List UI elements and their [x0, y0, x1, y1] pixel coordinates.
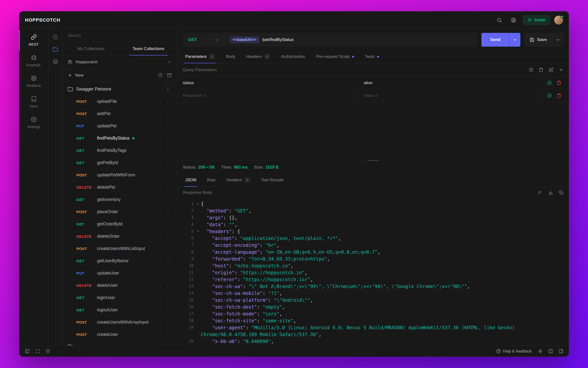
column-layout-button[interactable] — [546, 347, 555, 355]
request-options-button[interactable] — [164, 306, 172, 314]
request-item[interactable]: POST createUsersWithListInput — [62, 242, 177, 255]
request-item[interactable]: DELETE deleteUser — [62, 279, 177, 291]
request-options-button[interactable] — [164, 183, 172, 191]
response-tab[interactable]: Test Results — [256, 173, 289, 186]
request-options-button[interactable] — [164, 294, 172, 302]
response-tab[interactable]: Raw — [202, 173, 221, 186]
param-active-toggle[interactable] — [547, 80, 552, 85]
environments-tab-button[interactable] — [50, 56, 61, 67]
collections-help-button[interactable] — [158, 73, 163, 78]
request-item[interactable]: GET loginUser — [62, 291, 177, 304]
request-options-button[interactable] — [164, 171, 172, 179]
request-item[interactable]: POST createUsersWithArrayInput — [62, 316, 177, 328]
request-item[interactable]: POST createUser — [62, 328, 177, 341]
request-options-button[interactable] — [164, 110, 172, 118]
request-tab[interactable]: Parameters 1 — [180, 50, 220, 63]
param-key-field[interactable]: Parameter 2 — [177, 89, 358, 102]
send-button[interactable]: Send — [481, 33, 509, 47]
folder-options-button[interactable] — [164, 85, 172, 93]
wrap-lines-button[interactable] — [538, 190, 542, 195]
save-button[interactable]: Save — [524, 33, 552, 47]
save-options-button[interactable] — [552, 33, 564, 47]
request-item[interactable]: POST placeOrder — [62, 206, 177, 218]
request-item[interactable]: GET logoutUser — [62, 304, 177, 316]
request-options-button[interactable] — [164, 281, 172, 289]
request-options-button[interactable] — [164, 257, 172, 265]
request-item[interactable]: DELETE deletePet — [62, 181, 177, 193]
nav-item-realtime[interactable]: Realtime — [19, 71, 48, 92]
toggle-right-panel-button[interactable] — [557, 347, 565, 355]
request-options-button[interactable] — [164, 245, 172, 252]
team-selector[interactable]: Hoppscotch — [62, 55, 177, 69]
request-item[interactable]: DELETE deleteOrder — [62, 230, 177, 242]
request-options-button[interactable] — [164, 146, 172, 154]
param-delete-button[interactable] — [557, 93, 561, 98]
response-tab[interactable]: Headers 2 — [221, 173, 256, 186]
request-options-button[interactable] — [164, 220, 172, 228]
request-options-button[interactable] — [164, 330, 172, 338]
param-value-field[interactable]: Value 2 — [358, 89, 539, 102]
request-tab[interactable]: Authorization — [276, 50, 311, 63]
request-options-button[interactable] — [164, 97, 172, 105]
request-options-button[interactable] — [164, 232, 172, 240]
param-delete-button[interactable] — [557, 80, 561, 85]
history-tab-button[interactable] — [50, 32, 61, 42]
search-button[interactable] — [494, 15, 504, 25]
collections-tab[interactable]: Team Collections — [120, 42, 177, 55]
invite-button[interactable]: Invite — [523, 15, 550, 25]
request-item[interactable]: PUT updateUser — [62, 267, 177, 279]
nav-item-settings[interactable]: Settings — [19, 112, 48, 133]
request-item[interactable]: GET getOrderById — [62, 218, 177, 230]
shortcuts-button[interactable] — [33, 347, 42, 355]
param-value-field[interactable]: alive — [358, 77, 539, 89]
request-tab[interactable]: Body — [220, 50, 241, 63]
params-clear-all-button[interactable] — [539, 67, 543, 72]
help-feedback-button[interactable]: Help & feedback — [494, 349, 534, 354]
collection-folder[interactable]: Swagger Petstore — [62, 83, 177, 95]
request-item[interactable]: GET getInventory — [62, 193, 177, 206]
method-select[interactable]: GET — [183, 33, 225, 47]
shortcuts-zap-button[interactable] — [536, 347, 544, 355]
request-options-button[interactable] — [164, 269, 172, 277]
request-options-button[interactable] — [164, 318, 172, 326]
collections-tab[interactable]: My Collections — [62, 42, 120, 55]
pane-resize-handle[interactable] — [368, 160, 379, 161]
request-item[interactable]: POST uploadFile — [62, 95, 177, 107]
request-item[interactable]: GET getUserByName — [62, 255, 177, 267]
base-url-chip[interactable]: <<baseUrl>> — [230, 36, 259, 43]
request-tab[interactable]: Headers 2 — [241, 50, 276, 63]
toggle-sidebar-button[interactable] — [23, 347, 31, 355]
request-options-button[interactable] — [164, 159, 172, 167]
param-key-field[interactable]: status — [177, 77, 358, 89]
request-item[interactable]: GET findPetsByStatus — [62, 132, 177, 144]
request-item[interactable]: GET getPetById — [62, 157, 177, 169]
download-response-button[interactable] — [548, 190, 553, 195]
copy-response-button[interactable] — [559, 190, 564, 195]
params-add-button[interactable] — [559, 67, 564, 72]
collection-folder-partial[interactable] — [62, 341, 177, 345]
import-export-button[interactable] — [167, 73, 172, 78]
request-options-button[interactable] — [164, 122, 172, 130]
plus-icon[interactable] — [68, 73, 72, 78]
params-bulk-edit-button[interactable] — [549, 67, 553, 72]
params-help-button[interactable] — [529, 67, 533, 72]
request-options-button[interactable] — [164, 208, 172, 216]
interceptor-button[interactable] — [44, 347, 52, 355]
collections-search-input[interactable] — [68, 33, 172, 38]
request-item[interactable]: GET findPetsByTags — [62, 144, 177, 157]
param-active-toggle[interactable] — [547, 93, 552, 98]
new-collection-label[interactable]: New — [75, 73, 84, 78]
send-options-button[interactable] — [509, 33, 520, 47]
request-options-button[interactable] — [164, 196, 172, 203]
url-input[interactable]: <<baseUrl>> /pet/findByStatus — [225, 33, 478, 47]
response-body-editor[interactable]: 1 ▾ { 2 ▾ "method": "GET", 3 — [177, 198, 569, 345]
request-item[interactable]: POST updatePetWithForm — [62, 169, 177, 181]
fold-icon[interactable]: ▾ — [195, 200, 201, 207]
app-logo[interactable]: HOPPSCOTCH — [25, 17, 60, 23]
account-button[interactable] — [508, 15, 519, 25]
request-tab[interactable]: Pre-request Script — [311, 50, 359, 63]
request-tab[interactable]: Tests — [359, 50, 384, 63]
nav-item-docs[interactable]: Docs — [19, 92, 48, 112]
nav-item-rest[interactable]: REST — [19, 30, 48, 51]
fold-icon[interactable]: ▾ — [195, 228, 201, 235]
